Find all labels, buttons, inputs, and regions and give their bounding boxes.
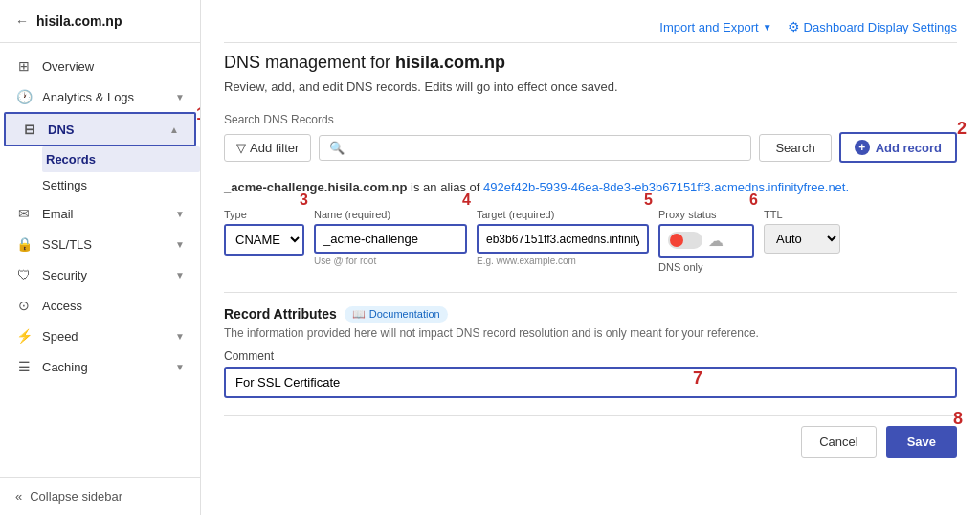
sidebar-subitem-settings[interactable]: Settings bbox=[42, 172, 200, 198]
plus-circle-icon: + bbox=[855, 140, 870, 155]
add-record-button[interactable]: + Add record bbox=[839, 132, 957, 163]
record-attrs-header: Record Attributes 📖 Documentation bbox=[224, 306, 957, 323]
annotation-2: 2 bbox=[957, 119, 967, 139]
sidebar-item-security[interactable]: 🛡 Security ▼ bbox=[0, 259, 200, 290]
import-export-button[interactable]: Import and Export ▼ bbox=[659, 20, 771, 34]
annotation-5: 5 bbox=[644, 191, 653, 209]
sidebar-item-label: Email bbox=[42, 207, 74, 221]
sidebar-item-caching[interactable]: ☰ Caching ▼ bbox=[0, 351, 200, 382]
collapse-sidebar-btn[interactable]: « Collapse sidebar bbox=[0, 477, 200, 515]
proxy-label: Proxy status bbox=[658, 209, 754, 220]
dashboard-settings-label: Dashboard Display Settings bbox=[804, 20, 957, 34]
chevron-down-icon: ▼ bbox=[175, 270, 185, 280]
chevron-down-icon: ▼ bbox=[175, 331, 185, 342]
dropdown-arrow-icon: ▼ bbox=[763, 22, 772, 33]
annotation-3: 3 bbox=[300, 191, 308, 209]
filter-icon: ▽ bbox=[236, 141, 246, 155]
proxy-status-field: Proxy status ✕ ☁ DNS only 6 bbox=[658, 209, 754, 273]
comment-input[interactable] bbox=[224, 367, 957, 398]
type-label: Type bbox=[224, 209, 304, 220]
record-form: Type CNAME A AAAA MX TXT NS 3 Name (requ… bbox=[224, 209, 957, 273]
sidebar-item-label: Access bbox=[42, 299, 82, 313]
main-scroll-area: Import and Export ▼ ⚙ Dashboard Display … bbox=[201, 0, 980, 515]
annotation-8: 8 bbox=[953, 409, 963, 429]
alias-domain: _acme-challenge.hisila.com.np bbox=[224, 180, 407, 194]
access-icon: ⊙ bbox=[15, 298, 33, 313]
sidebar-domain-title: hisila.com.np bbox=[36, 13, 122, 29]
chevron-down-icon: ▼ bbox=[175, 362, 185, 372]
ttl-label: TTL bbox=[764, 209, 840, 220]
annotation-7: 7 bbox=[693, 369, 702, 389]
title-domain: hisila.com.np bbox=[395, 53, 505, 72]
sidebar-item-label: Overview bbox=[42, 59, 94, 74]
documentation-link[interactable]: 📖 Documentation bbox=[345, 306, 448, 323]
comment-area: Comment 7 bbox=[224, 349, 957, 398]
add-filter-button[interactable]: ▽ Add filter bbox=[224, 134, 311, 162]
name-field: Name (required) Use @ for root 4 bbox=[314, 209, 467, 266]
search-input[interactable] bbox=[350, 141, 741, 155]
alias-target[interactable]: 492ef42b-5939-46ea-8de3-eb3b67151ff3.acm… bbox=[483, 180, 849, 194]
chevron-down-icon: ▼ bbox=[175, 92, 185, 102]
overview-icon: ⊞ bbox=[15, 58, 33, 74]
sidebar-item-dns[interactable]: ⊟ DNS ▲ bbox=[4, 112, 196, 146]
alias-info: _acme-challenge.hisila.com.np is an alia… bbox=[224, 178, 957, 197]
chevron-down-icon: ▼ bbox=[175, 239, 185, 250]
record-attributes-section: Record Attributes 📖 Documentation The in… bbox=[224, 292, 957, 398]
speed-icon: ⚡ bbox=[15, 328, 33, 344]
email-icon: ✉ bbox=[15, 206, 33, 221]
main-content-wrapper: Import and Export ▼ ⚙ Dashboard Display … bbox=[201, 0, 980, 515]
type-select[interactable]: CNAME A AAAA MX TXT NS bbox=[226, 226, 302, 254]
search-magnifier-icon: 🔍 bbox=[329, 141, 345, 155]
gear-icon: ⚙ bbox=[788, 19, 800, 34]
dashboard-settings-button[interactable]: ⚙ Dashboard Display Settings bbox=[788, 19, 957, 34]
sidebar-item-label: DNS bbox=[48, 123, 74, 137]
sidebar-item-email[interactable]: ✉ Email ▼ bbox=[0, 198, 200, 229]
add-record-label: Add record bbox=[876, 141, 942, 155]
security-icon: 🛡 bbox=[15, 267, 33, 282]
name-label: Name (required) bbox=[314, 209, 467, 220]
save-button[interactable]: Save bbox=[886, 426, 957, 458]
chevron-up-icon: ▲ bbox=[169, 124, 179, 135]
sidebar-item-analytics[interactable]: 🕐 Analytics & Logs ▼ bbox=[0, 81, 200, 112]
sidebar-item-access[interactable]: ⊙ Access bbox=[0, 290, 200, 321]
page-header: DNS management for hisila.com.np Review,… bbox=[224, 53, 957, 96]
target-input[interactable] bbox=[486, 233, 639, 246]
target-label: Target (required) bbox=[477, 209, 649, 220]
comment-label: Comment bbox=[224, 349, 957, 363]
alias-text: is an alias of bbox=[411, 180, 483, 194]
proxy-wrap: ✕ ☁ bbox=[658, 224, 754, 258]
page-title: DNS management for hisila.com.np bbox=[224, 53, 957, 73]
ssl-icon: 🔒 bbox=[15, 236, 33, 252]
documentation-label: Documentation bbox=[369, 308, 440, 320]
bottom-actions: Cancel Save 8 bbox=[224, 415, 957, 458]
top-bar: Import and Export ▼ ⚙ Dashboard Display … bbox=[224, 19, 957, 43]
sidebar-item-label: Caching bbox=[42, 360, 88, 374]
toggle-x-label: ✕ bbox=[672, 234, 679, 243]
name-input-wrap bbox=[314, 224, 467, 254]
proxy-toggle[interactable]: ✕ bbox=[668, 232, 702, 249]
name-input[interactable] bbox=[323, 232, 457, 246]
record-attrs-title: Record Attributes bbox=[224, 306, 337, 322]
target-input-wrap bbox=[477, 224, 649, 254]
target-field: Target (required) E.g. www.example.com 5 bbox=[477, 209, 649, 266]
collapse-arrow-icon: « bbox=[15, 489, 22, 504]
type-field: Type CNAME A AAAA MX TXT NS 3 bbox=[224, 209, 304, 256]
sidebar-subitem-records[interactable]: Records bbox=[42, 146, 200, 172]
type-select-wrap: CNAME A AAAA MX TXT NS bbox=[224, 224, 304, 256]
sidebar-item-overview[interactable]: ⊞ Overview bbox=[0, 51, 200, 81]
collapse-sidebar-label: Collapse sidebar bbox=[30, 489, 122, 504]
annotation-4: 4 bbox=[462, 191, 471, 209]
search-button[interactable]: Search bbox=[759, 134, 831, 162]
cloud-icon: ☁ bbox=[708, 232, 724, 250]
sidebar-item-ssl[interactable]: 🔒 SSL/TLS ▼ bbox=[0, 229, 200, 259]
target-hint: E.g. www.example.com bbox=[477, 256, 649, 266]
annotation-1: 1 bbox=[196, 104, 200, 124]
sidebar-item-speed[interactable]: ⚡ Speed ▼ bbox=[0, 321, 200, 351]
sidebar-item-label: Analytics & Logs bbox=[42, 90, 134, 104]
back-arrow[interactable]: ← bbox=[15, 13, 29, 29]
ttl-select[interactable]: Auto 1 min 2 min 5 min bbox=[764, 224, 840, 254]
cancel-button[interactable]: Cancel bbox=[801, 426, 876, 458]
sidebar-header: ← hisila.com.np bbox=[0, 0, 200, 43]
title-prefix: DNS management for bbox=[224, 53, 395, 72]
book-icon: 📖 bbox=[352, 308, 366, 321]
